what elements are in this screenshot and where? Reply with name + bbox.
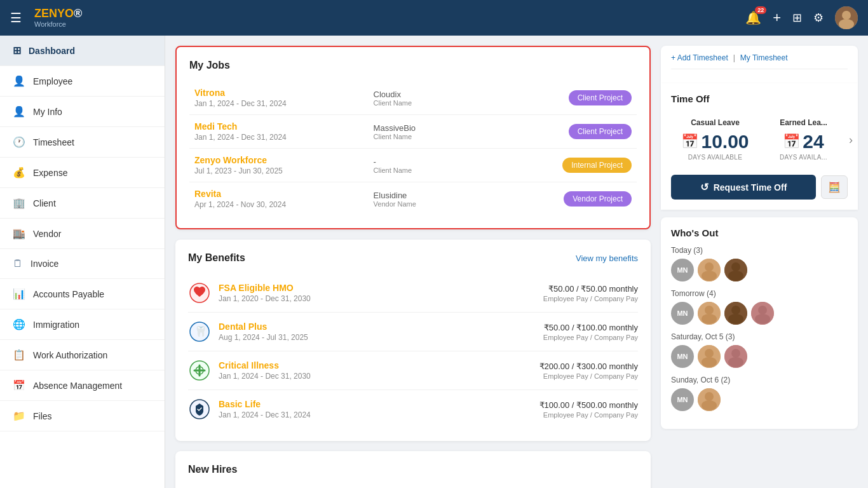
out-group-sat: Saturday, Oct 5 (3) MN: [671, 332, 848, 368]
main-column: My Jobs Vitrona Jan 1, 2024 - Dec 31, 20…: [175, 46, 651, 478]
user-avatar[interactable]: [835, 6, 858, 29]
svg-point-13: [731, 262, 740, 271]
sidebar-item-label: Employee: [33, 76, 72, 86]
svg-point-2: [839, 19, 854, 29]
invoice-icon: 🗒: [13, 258, 23, 269]
project-badge[interactable]: Client Project: [569, 124, 632, 139]
calendar-icon-2: 📅: [783, 133, 800, 150]
svg-text:🦷: 🦷: [194, 325, 207, 337]
sidebar-item-label: Client: [33, 198, 56, 208]
time-off-title: Time Off: [671, 93, 848, 104]
timesheet-links: + Add Timesheet | My Timesheet: [671, 53, 848, 69]
out-group-today: Today (3) MN: [671, 246, 848, 281]
app-logo: ZENYO® Workforce: [34, 8, 82, 28]
avatar: [751, 302, 774, 325]
avatar: [698, 345, 721, 368]
benefit-pay-label: Employee Pay / Company Pay: [539, 411, 639, 419]
sidebar-item-files[interactable]: 📁 Files: [0, 401, 165, 431]
timesheet-icon: 🕐: [13, 136, 25, 148]
view-benefits-link[interactable]: View my benefits: [576, 254, 638, 263]
benefit-info: Basic Life Jan 1, 2024 - Dec 31, 2024: [219, 399, 532, 419]
sidebar-item-label: Vendor: [33, 229, 61, 239]
add-timesheet-link[interactable]: + Add Timesheet: [671, 53, 728, 62]
sidebar-item-dashboard[interactable]: ⊞ Dashboard: [0, 36, 165, 66]
sidebar-item-employee[interactable]: 👤 Employee: [0, 66, 165, 97]
avatar: MN: [671, 388, 694, 411]
add-button[interactable]: +: [773, 10, 781, 26]
sidebar-item-label: Invoice: [31, 259, 58, 269]
client-icon: 🏢: [13, 197, 25, 209]
casual-leave-sub: Days Available: [676, 154, 754, 161]
benefit-date: Jan 1, 2024 - Dec 31, 2030: [219, 372, 532, 381]
sidebar-item-invoice[interactable]: 🗒 Invoice: [0, 249, 165, 279]
client-name: -: [374, 157, 520, 166]
benefits-title: My Benefits: [188, 252, 245, 264]
sidebar-item-label: Immigration: [33, 320, 79, 330]
out-avatars: MN: [671, 259, 848, 281]
benefit-pay: ₹50.00 / ₹100.00 monthly Employee Pay / …: [543, 323, 638, 341]
benefit-amount: ₹100.00 / ₹500.00 monthly: [539, 400, 639, 410]
table-row: Vitrona Jan 1, 2024 - Dec 31, 2024 Cloud…: [189, 81, 637, 115]
svg-point-22: [758, 306, 767, 315]
project-badge[interactable]: Vendor Project: [564, 191, 632, 207]
whos-out-section: Who's Out Today (3) MN Tomorrow (4): [661, 217, 858, 429]
benefit-row: FSA Eligible HMO Jan 1, 2020 - Dec 31, 2…: [188, 274, 638, 313]
nav-icons: 🔔 22 + ⊞ ⚙: [745, 6, 858, 29]
refresh-icon: ↺: [700, 181, 709, 193]
my-jobs-card: My Jobs Vitrona Jan 1, 2024 - Dec 31, 20…: [175, 46, 651, 229]
client-name: Elusidine: [374, 191, 520, 200]
timesheet-links-section: + Add Timesheet | My Timesheet: [661, 46, 858, 83]
sidebar-item-absence-management[interactable]: 📅 Absence Management: [0, 370, 165, 401]
svg-point-20: [728, 314, 743, 324]
request-time-off-button[interactable]: ↺ Request Time Off: [671, 175, 816, 200]
svg-point-16: [705, 306, 714, 315]
sidebar-item-expense[interactable]: 💰 Expense: [0, 158, 165, 188]
sidebar-item-label: Dashboard: [29, 46, 75, 56]
casual-leave-title: Casual Leave: [676, 118, 754, 127]
calculator-button[interactable]: 🧮: [821, 175, 848, 199]
benefit-pay: ₹200.00 / ₹300.00 monthly Employee Pay /…: [539, 362, 639, 380]
avatar: MN: [671, 302, 694, 325]
benefit-icon: [188, 359, 211, 382]
benefit-icon: 🦷: [188, 320, 211, 343]
job-date: Jan 1, 2024 - Dec 31, 2024: [194, 133, 363, 142]
apps-grid-button[interactable]: ⊞: [792, 11, 802, 25]
project-badge[interactable]: Client Project: [569, 90, 632, 105]
sidebar-item-label: Expense: [33, 168, 67, 178]
request-btn-label: Request Time Off: [714, 182, 787, 193]
avatar: [724, 259, 747, 281]
sidebar-item-client[interactable]: 🏢 Client: [0, 188, 165, 219]
benefit-amount: ₹200.00 / ₹300.00 monthly: [539, 362, 639, 371]
client-name-label: Client Name: [374, 99, 520, 107]
benefit-amount: ₹50.00 / ₹50.00 monthly: [543, 284, 638, 294]
absence-icon: 📅: [13, 379, 25, 391]
sidebar-item-accounts-payable[interactable]: 📊 Accounts Payable: [0, 279, 165, 309]
project-badge[interactable]: Internal Project: [562, 158, 632, 173]
sidebar-item-vendor[interactable]: 🏬 Vendor: [0, 219, 165, 249]
client-name: Cloudix: [374, 90, 520, 99]
sidebar-item-immigration[interactable]: 🌐 Immigration: [0, 309, 165, 340]
new-hires-title: New Hires: [188, 464, 638, 475]
employee-icon: 👤: [13, 75, 25, 87]
sidebar-item-label: Accounts Payable: [33, 289, 104, 299]
notification-badge: 22: [755, 6, 766, 14]
chevron-right-icon[interactable]: ›: [849, 133, 853, 146]
job-name: Vitrona: [194, 88, 363, 98]
benefit-icon: [188, 281, 211, 304]
settings-button[interactable]: ⚙: [813, 11, 824, 25]
client-name-label: Client Name: [374, 133, 520, 140]
dashboard-icon: ⊞: [13, 44, 21, 57]
hamburger-menu[interactable]: ☰: [10, 10, 22, 25]
benefit-amount: ₹50.00 / ₹100.00 monthly: [543, 323, 638, 332]
sidebar-item-timesheet[interactable]: 🕐 Timesheet: [0, 127, 165, 158]
notification-button[interactable]: 🔔 22: [745, 10, 761, 25]
job-date: Apr 1, 2024 - Nov 30, 2024: [194, 200, 363, 209]
benefit-row: 🦷 Dental Plus Aug 1, 2024 - Jul 31, 2025…: [188, 313, 638, 351]
my-timesheet-link[interactable]: My Timesheet: [740, 53, 788, 62]
sidebar-item-work-authorization[interactable]: 📋 Work Authorization: [0, 340, 165, 370]
svg-point-23: [755, 314, 770, 324]
sidebar-item-label: My Info: [33, 107, 62, 117]
benefit-row: Basic Life Jan 1, 2024 - Dec 31, 2024 ₹1…: [188, 390, 638, 428]
sidebar-item-myinfo[interactable]: 👤 My Info: [0, 97, 165, 127]
out-day-label: Saturday, Oct 5 (3): [671, 332, 848, 341]
